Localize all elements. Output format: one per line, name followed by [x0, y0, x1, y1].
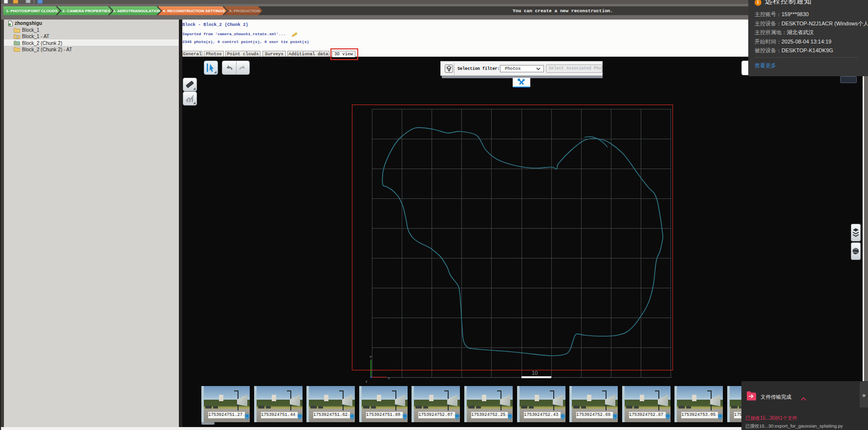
svg-text:x: x	[388, 376, 390, 380]
svg-text:z: z	[366, 380, 368, 383]
svg-text:10: 10	[532, 370, 538, 376]
